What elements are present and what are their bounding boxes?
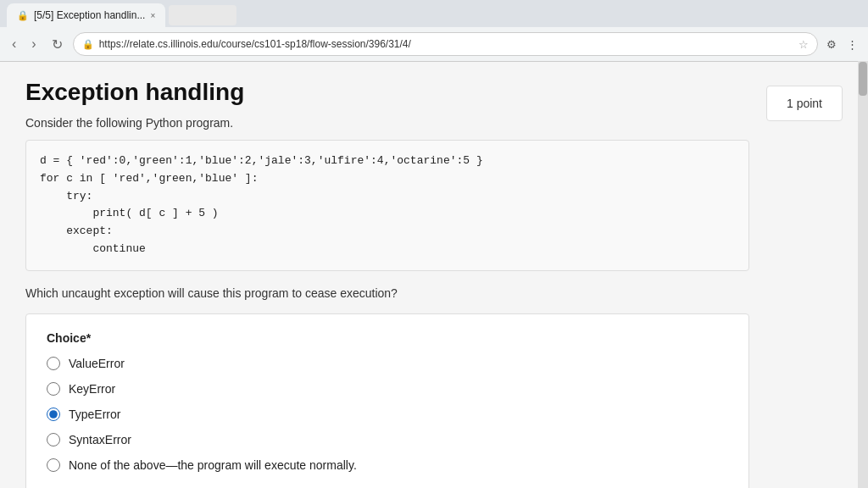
forward-button[interactable]: › (26, 35, 41, 53)
radio-SyntaxError[interactable] (47, 433, 60, 446)
main-area: Exception handling Consider the followin… (25, 79, 749, 488)
choices-label: Choice* (47, 331, 728, 345)
extensions-button[interactable]: ⚙ (823, 36, 840, 53)
menu-button[interactable]: ⋮ (843, 36, 861, 53)
choice-TypeError[interactable]: TypeError (47, 408, 728, 421)
sidebar: 1 point (766, 86, 843, 488)
radio-KeyError[interactable] (47, 382, 60, 396)
browser-toolbar-right: ⚙ ⋮ (823, 36, 861, 53)
tab-bar: 🔒 [5/5] Exception handlin... × (0, 0, 868, 27)
tab-title: [5/5] Exception handlin... (34, 9, 145, 21)
address-bar[interactable]: 🔒 https://relate.cs.illinois.edu/course/… (73, 32, 818, 56)
choice-none-of-above[interactable]: None of the above—the program will execu… (47, 458, 728, 472)
choice-label-TypeError: TypeError (69, 408, 120, 421)
choices-box: Choice* ValueError KeyError TypeError Sy… (25, 313, 749, 488)
page-content: Exception handling Consider the followin… (0, 62, 868, 488)
points-badge: 1 point (766, 86, 843, 121)
code-block: d = { 'red':0,'green':1,'blue':2,'jale':… (25, 140, 749, 271)
choice-SyntaxError[interactable]: SyntaxError (47, 433, 728, 446)
new-tab-area (169, 5, 236, 25)
scrollbar-track[interactable] (858, 61, 868, 488)
refresh-button[interactable]: ↻ (47, 35, 68, 54)
radio-TypeError[interactable] (47, 408, 60, 421)
choice-ValueError[interactable]: ValueError (47, 357, 728, 370)
nav-bar: ‹ › ↻ 🔒 https://relate.cs.illinois.edu/c… (0, 27, 868, 61)
question-intro: Consider the following Python program. (25, 116, 749, 130)
choice-label-KeyError: KeyError (69, 382, 115, 396)
scrollbar-thumb[interactable] (859, 62, 867, 96)
choice-label-ValueError: ValueError (69, 357, 125, 370)
tab-favicon: 🔒 (17, 10, 29, 21)
browser-chrome: 🔒 [5/5] Exception handlin... × ‹ › ↻ 🔒 h… (0, 0, 868, 62)
browser-tab[interactable]: 🔒 [5/5] Exception handlin... × (7, 3, 165, 27)
star-icon[interactable]: ☆ (798, 38, 809, 51)
choice-label-SyntaxError: SyntaxError (69, 433, 131, 446)
choice-label-none-of-above: None of the above—the program will execu… (69, 458, 357, 472)
choice-KeyError[interactable]: KeyError (47, 382, 728, 396)
question-text: Which uncaught exception will cause this… (25, 286, 749, 300)
radio-ValueError[interactable] (47, 357, 60, 370)
lock-icon: 🔒 (82, 39, 94, 50)
back-button[interactable]: ‹ (7, 35, 21, 53)
url-text: https://relate.cs.illinois.edu/course/cs… (99, 38, 793, 50)
radio-none-of-above[interactable] (47, 458, 60, 472)
tab-close-icon[interactable]: × (150, 11, 155, 20)
page-title: Exception handling (25, 79, 749, 106)
